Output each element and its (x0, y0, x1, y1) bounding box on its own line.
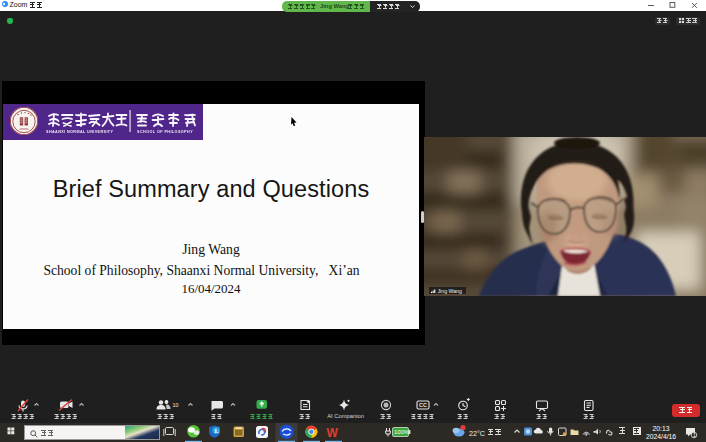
svg-text:1: 1 (693, 431, 696, 437)
svg-text:W: W (327, 425, 339, 439)
svg-text:CC: CC (419, 402, 427, 408)
svg-text:SHAANXI NORMAL UNIVERSITY: SHAANXI NORMAL UNIVERSITY (46, 129, 114, 133)
svg-text:L: L (215, 427, 220, 434)
svg-text:100%: 100% (394, 429, 409, 435)
svg-text:10: 10 (173, 402, 179, 408)
svg-text:SCHOOL OF PHILOSOPHY: SCHOOL OF PHILOSOPHY (137, 129, 193, 133)
